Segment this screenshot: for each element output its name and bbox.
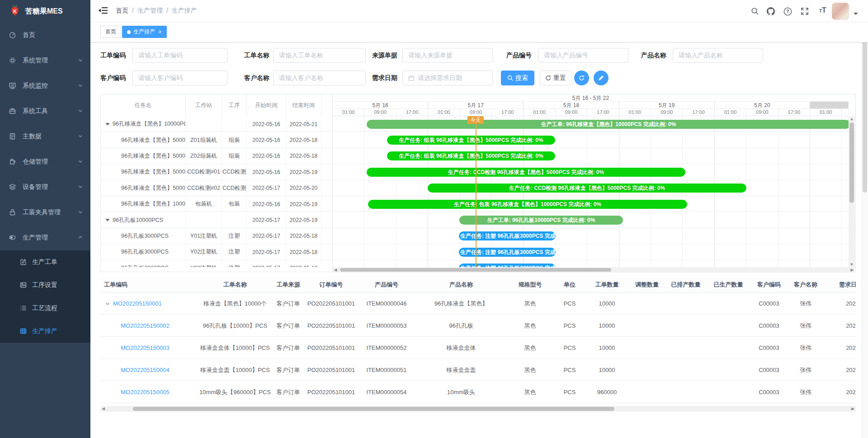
gantt-end-date: 2022-05-19 [286, 196, 321, 212]
avatar-caret-icon[interactable] [854, 13, 858, 17]
sidebar-collapse-icon[interactable] [99, 7, 108, 16]
refresh-circle-button[interactable] [574, 71, 589, 85]
table-cell: 张伟 [788, 337, 824, 359]
gantt-bar[interactable]: 生产任务: 包装 96孔移液盒【黑色】10000PCS 完成比例: 0% [368, 200, 687, 209]
sidebar-submenu: 生产工单工序设置工艺流程生产排产 [0, 250, 90, 343]
table-horizontal-scrollbar[interactable]: ◀ ▶ [100, 406, 856, 412]
work-order-link[interactable]: MO202205150004 [121, 367, 170, 373]
chevron-down-icon [78, 108, 83, 115]
filter-input-row2-1[interactable]: 请输入客户编码 [132, 71, 227, 85]
edit-circle-button[interactable] [594, 71, 609, 85]
expand-arrow-icon[interactable] [105, 219, 110, 224]
demand-date-input[interactable]: 请选择需求日期 [402, 71, 493, 85]
table-row[interactable]: MO20220515000296孔孔板【10000】PCS客户订单PO20220… [100, 315, 856, 337]
gantt-process: 注塑 [222, 228, 247, 244]
gantt-task-row[interactable]: 96孔移液盒【黑色】10000PC2022-05-162022-05-21 [101, 116, 333, 132]
github-icon[interactable] [766, 7, 775, 16]
font-size-icon[interactable]: TT [819, 6, 826, 14]
gantt-time-header: 01:00 [810, 109, 842, 116]
sidebar-item-system-admin[interactable]: 系统管理 [0, 48, 90, 73]
filter-input-5[interactable]: 请输入产品名称 [673, 48, 763, 63]
gantt-task-row[interactable]: 96孔移液盒【黑色】5000PZ02组装机组装2022-05-162022-05… [101, 148, 333, 164]
gantt-task-row[interactable]: 96孔孔板10000PCS2022-05-172022-05-19 [101, 212, 333, 228]
row-expand-icon[interactable] [105, 301, 110, 306]
tab-close-icon[interactable]: × [158, 29, 162, 35]
table-cell: 960000 [585, 381, 628, 403]
gantt-station: Y03注塑机 [186, 260, 222, 267]
search-icon[interactable] [750, 7, 760, 16]
fullscreen-icon[interactable] [800, 7, 809, 16]
logo[interactable]: K 苦糖果MES [0, 0, 90, 23]
gantt-day-header: 5月 17 [428, 102, 524, 109]
table-header-cell: 工单名称 [199, 277, 271, 292]
gantt-row-spacer [321, 244, 333, 260]
table-cell: 移液盒盒盖【10000】PCS [199, 359, 271, 381]
gantt-task-row[interactable]: 96孔移液盒【黑色】10000包装机包装2022-05-162022-05-19 [101, 196, 333, 212]
sidebar-subitem-process-flow[interactable]: 工艺流程 [0, 297, 90, 320]
filter-input-3[interactable]: 请输入来源单据 [402, 48, 493, 63]
sidebar-subitem-process-settings[interactable]: 工序设置 [0, 273, 90, 297]
table-row[interactable]: MO202205150003移液盒盒体【10000】PCS客户订单PO20220… [100, 337, 856, 359]
gantt-start-date: 2022-05-16 [247, 116, 286, 132]
gantt-bar[interactable]: 生产任务: 注塑 96孔孔板3000PCS 完成 [459, 248, 556, 257]
gantt-bar[interactable]: 生产任务: 注塑 96孔孔板3000PCS 完成 [459, 231, 556, 240]
work-order-link[interactable]: MO202205150002 [121, 322, 170, 329]
sidebar-item-warehouse[interactable]: 仓储管理 [0, 149, 90, 174]
breadcrumb-separator: / [166, 7, 168, 14]
avatar[interactable] [832, 3, 849, 20]
breadcrumb-item[interactable]: 生产管理 [137, 7, 163, 14]
filter-input-1[interactable]: 请输入工单编码 [132, 48, 227, 63]
sidebar-item-production[interactable]: 生产管理 [0, 225, 90, 250]
sidebar-subitem-label: 工艺流程 [32, 304, 57, 312]
reset-button[interactable]: 重置 [540, 71, 571, 85]
work-order-table: 工单编码工单名称工单来源订单编号产品编号产品名称规格型号单位工单数量调整数量已排… [100, 277, 856, 404]
work-order-link[interactable]: MO202205150003 [121, 344, 170, 351]
gantt-task-row[interactable]: 96孔移液盒【黑色】5000PCCD检测#01CCD检测2022-05-1620… [101, 164, 333, 180]
expand-arrow-icon[interactable] [105, 123, 110, 128]
filter-input-4[interactable]: 请输入产品编号 [538, 48, 628, 63]
gantt-process: CCD检测 [222, 164, 247, 180]
sidebar-item-system-monitor[interactable]: 系统监控 [0, 73, 90, 99]
task-name-text: 96孔孔板3000PCS [121, 232, 169, 240]
gantt-vertical-scrollbar[interactable]: ▲ ▼ [849, 116, 855, 267]
sidebar-subitem-production-scheduling[interactable]: 生产排产 [0, 320, 90, 343]
filter-input-row2-2[interactable]: 请输入客户名称 [273, 71, 366, 85]
breadcrumb-item[interactable]: 首页 [116, 7, 128, 14]
gantt-task-row[interactable]: 96孔移液盒【黑色】5000PCCD检测#02CCD检测2022-05-1720… [101, 180, 333, 196]
gantt-bar[interactable]: 生产工单: 96孔孔板10000PCS 完成比例: 0% [459, 216, 623, 225]
gantt-task-row[interactable]: 96孔孔板3000PCSY01注塑机注塑2022-05-172022-05-18 [101, 228, 333, 244]
gantt-bar[interactable]: 生产任务: 组装 96孔移液盒【黑色】5000PCS 完成比例: 0% [387, 136, 555, 145]
sidebar-subitem-work-order[interactable]: 生产工单 [0, 250, 90, 273]
sidebar-item-fixture[interactable]: 工装夹具管理 [0, 200, 90, 225]
sidebar-item-master-data[interactable]: 主数据 [0, 124, 90, 149]
sidebar-item-label: 设备管理 [23, 183, 78, 191]
gantt-bar[interactable]: 生产工单: 96孔移液盒【黑色】10000PCS 完成比例: 0% [367, 120, 849, 129]
table-cell: 10mm吸头【960000】PCS [199, 381, 271, 403]
gantt-task-row[interactable]: 96孔移液盒【黑色】5000PZ01组装机组装2022-05-162022-05… [101, 132, 333, 148]
gantt-task-row[interactable]: 96孔孔板3000PCSY03注塑机注塑2022-05-172022-05-18 [101, 260, 333, 267]
gantt-bar[interactable]: 生产任务: CCD检测 96孔移液盒【黑色】5000PCS 完成比例: 0% [367, 168, 685, 177]
table-cell: 黑色 [506, 337, 554, 359]
gantt-task-row[interactable]: 96孔孔板3000PCSY02注塑机注塑2022-05-172022-05-18 [101, 244, 333, 260]
gantt-start-date: 2022-05-16 [247, 148, 286, 164]
tab-active[interactable]: 生产排产× [122, 26, 167, 38]
table-row[interactable]: MO202205150001移液盒【黑色】10000个客户订单PO2022051… [100, 292, 856, 315]
table-row[interactable]: MO202205150004移液盒盒盖【10000】PCS客户订单PO20220… [100, 359, 856, 381]
work-order-link[interactable]: MO202205150001 [113, 300, 162, 307]
table-row[interactable]: MO20220515000510mm吸头【960000】PCS客户订单PO202… [100, 381, 856, 403]
search-button[interactable]: 搜索 [501, 71, 534, 85]
gantt-horizontal-scrollbar[interactable]: ◀ ▶ [333, 267, 855, 273]
gantt-bar[interactable]: 生产任务: 注塑 96孔孔板3000PCS 完成 [459, 264, 556, 267]
filter-label: 客户名称 [244, 71, 269, 85]
gantt-time-header: 17:00 [492, 109, 524, 116]
work-order-link[interactable]: MO202205150005 [121, 389, 170, 396]
gantt-bar[interactable]: 生产任务: 组装 96孔移液盒【黑色】5000PCS 完成比例: 0% [387, 151, 555, 160]
task-name-text: 96孔移液盒【黑色】5000P [121, 184, 186, 192]
svg-text:?: ? [786, 9, 789, 14]
sidebar-item-system-tools[interactable]: 系统工具 [0, 99, 90, 124]
tab-item[interactable]: 首页 [100, 26, 121, 38]
filter-input-2[interactable]: 请输入工单名称 [273, 48, 366, 63]
sidebar-item-home[interactable]: 首页 [0, 23, 90, 48]
question-icon[interactable]: ? [783, 7, 792, 16]
sidebar-item-equipment[interactable]: 设备管理 [0, 174, 90, 200]
